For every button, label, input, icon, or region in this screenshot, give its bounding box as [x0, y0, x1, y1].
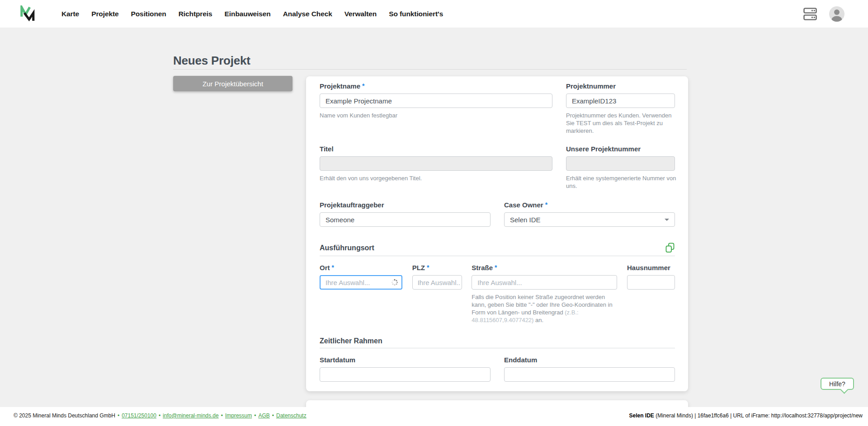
section-divider — [320, 256, 675, 256]
projektname-input[interactable] — [320, 94, 552, 108]
page-title: Neues Projekt — [173, 54, 250, 68]
nav-item-verwalten[interactable]: Verwalten — [344, 10, 377, 18]
title-divider — [173, 69, 687, 70]
footer-link-datenschutz[interactable]: Datenschutz — [276, 412, 307, 419]
field-projektname: Projektname* Name vom Kunden festlegbar — [320, 83, 552, 135]
field-ort: Ort* — [320, 264, 402, 324]
section-title-ausfuehrungsort: Ausführungsort — [320, 243, 374, 252]
strasse-label: Straße — [472, 264, 493, 272]
nav-item-einbauweisen[interactable]: Einbauweisen — [225, 10, 271, 18]
strasse-help: Falls die Position keiner Straße zugeord… — [472, 293, 621, 324]
section-title-zeitlicher-rahmen: Zeitlicher Rahmen — [320, 337, 382, 345]
footer-link-phone[interactable]: 07151/250100 — [122, 412, 156, 419]
field-strasse: Straße* Falls die Position keiner Straße… — [472, 264, 617, 324]
ort-input[interactable] — [320, 275, 402, 290]
back-to-projects-button[interactable]: Zur Projektübersicht — [173, 76, 292, 91]
field-titel: Titel Erhält den von uns vorgegebenen Ti… — [320, 145, 552, 190]
footer-link-agb[interactable]: AGB — [258, 412, 269, 419]
nav-item-so-funktionierts[interactable]: So funktioniert's — [389, 10, 443, 18]
required-marker: * — [332, 264, 334, 271]
top-navbar: Karte Projekte Positionen Richtpreis Ein… — [0, 0, 868, 28]
unsere-projektnummer-input — [566, 156, 675, 171]
next-card-partial — [306, 400, 688, 407]
plz-label: PLZ — [412, 264, 425, 272]
field-projektauftraggeber: Projektauftraggeber — [320, 201, 491, 227]
session-details: (Mineral Minds) | 16fae1ffc6a6 | URL of … — [654, 412, 863, 419]
field-enddatum: Enddatum — [504, 356, 675, 382]
nav-item-projekte[interactable]: Projekte — [91, 10, 118, 18]
case-owner-select[interactable]: Selen IDE — [504, 212, 675, 227]
nav-menu: Karte Projekte Positionen Richtpreis Ein… — [61, 10, 443, 18]
case-owner-value: Selen IDE — [510, 216, 541, 224]
project-form-card: Projektname* Name vom Kunden festlegbar … — [306, 76, 688, 391]
case-owner-label: Case Owner — [504, 201, 543, 209]
section-divider — [320, 348, 675, 348]
hausnummer-input[interactable] — [627, 275, 675, 290]
person-icon — [829, 6, 844, 22]
copy-icon[interactable] — [665, 243, 675, 253]
required-marker: * — [427, 264, 429, 271]
session-info: Selen IDE (Mineral Minds) | 16fae1ffc6a6… — [629, 412, 863, 419]
projektname-label: Projektname — [320, 82, 360, 90]
projektnummer-label: Projektnummer — [566, 82, 616, 90]
nav-item-karte[interactable]: Karte — [61, 10, 79, 18]
copyright-text: © 2025 Mineral Minds Deutschland GmbH — [14, 412, 115, 419]
session-user: Selen IDE — [629, 412, 654, 419]
required-marker: * — [362, 82, 364, 89]
section-ausfuehrungsort: Ausführungsort — [320, 243, 675, 253]
projektauftraggeber-input[interactable] — [320, 212, 491, 227]
nav-item-analyse-check[interactable]: Analyse Check — [283, 10, 332, 18]
required-marker: * — [545, 201, 547, 208]
titel-label: Titel — [320, 145, 334, 153]
user-avatar[interactable] — [829, 6, 844, 22]
titel-help: Erhält den von uns vorgegebenen Titel. — [320, 174, 552, 182]
main-content: Neues Projekt Zur Projektübersicht Proje… — [0, 28, 868, 407]
startdatum-input[interactable] — [320, 367, 491, 382]
plz-input[interactable] — [412, 275, 462, 290]
projektname-help: Name vom Kunden festlegbar — [320, 112, 552, 119]
unsere-projektnummer-help: Erhält eine systemgenerierte Nummer von … — [566, 174, 680, 190]
required-marker: * — [495, 264, 497, 271]
help-button[interactable]: Hilfe? — [821, 378, 854, 390]
startdatum-label: Startdatum — [320, 356, 355, 364]
section-zeitlicher-rahmen: Zeitlicher Rahmen — [320, 337, 675, 345]
field-unsere-projektnummer: Unsere Projektnummer Erhält eine systemg… — [566, 145, 675, 190]
titel-input — [320, 156, 552, 171]
projektnummer-input[interactable] — [566, 94, 675, 108]
field-hausnummer: Hausnummer — [627, 264, 675, 324]
ort-label: Ort — [320, 264, 330, 272]
loading-spinner-icon — [391, 279, 398, 286]
field-case-owner: Case Owner* Selen IDE — [504, 201, 675, 227]
field-projektnummer: Projektnummer Projektnummer des Kunden. … — [566, 83, 675, 135]
field-startdatum: Startdatum — [320, 356, 491, 382]
chevron-down-icon — [665, 219, 669, 221]
field-plz: PLZ* — [412, 264, 462, 324]
footer-link-impressum[interactable]: Impressum — [225, 412, 252, 419]
footer-link-email[interactable]: info@mineral-minds.de — [163, 412, 219, 419]
mineral-minds-logo[interactable] — [20, 5, 35, 23]
nav-item-positionen[interactable]: Positionen — [131, 10, 166, 18]
enddatum-input[interactable] — [504, 367, 675, 382]
nav-item-richtpreis[interactable]: Richtpreis — [179, 10, 212, 18]
enddatum-label: Enddatum — [504, 356, 537, 364]
footer-info: © 2025 Mineral Minds Deutschland GmbH • … — [14, 412, 307, 419]
strasse-input[interactable] — [472, 275, 617, 290]
hausnummer-label: Hausnummer — [627, 264, 670, 272]
server-icon[interactable] — [803, 8, 817, 20]
projektnummer-help: Projektnummer des Kunden. Verwenden Sie … — [566, 112, 680, 135]
unsere-projektnummer-label: Unsere Projektnummer — [566, 145, 641, 153]
footer: © 2025 Mineral Minds Deutschland GmbH • … — [0, 407, 868, 426]
projektauftraggeber-label: Projektauftraggeber — [320, 201, 384, 209]
